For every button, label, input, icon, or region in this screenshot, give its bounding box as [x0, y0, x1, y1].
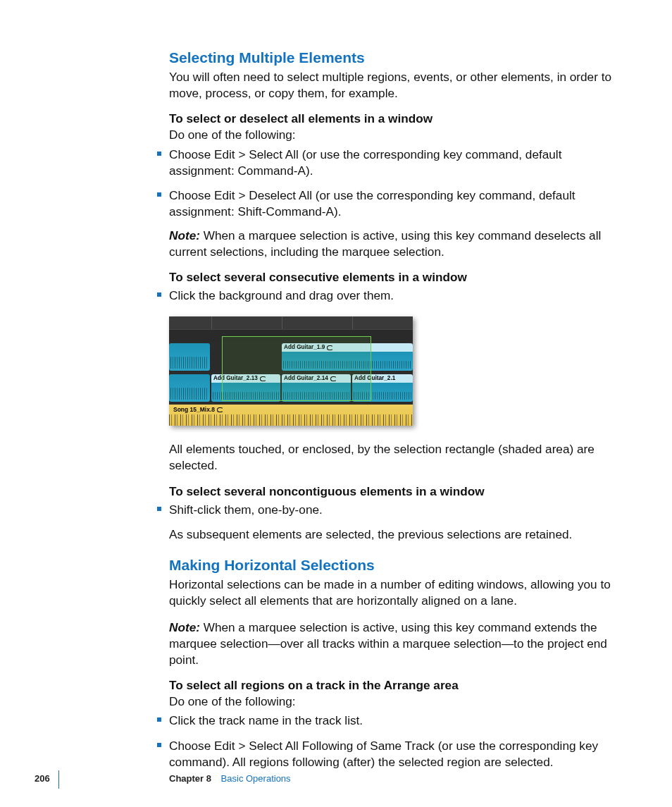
- task-noncontiguous-list: Shift-click them, one-by-one.: [157, 502, 618, 518]
- audio-region: Add Guitar_2.1: [352, 374, 413, 402]
- task-select-all-list: Choose Edit > Select All (or use the cor…: [157, 147, 618, 221]
- page-number: 206: [35, 773, 50, 784]
- para-after-figure: All elements touched, or enclosed, by th…: [169, 441, 618, 474]
- audio-region: Add Guitar_1.9: [282, 343, 413, 371]
- note-label: Note:: [169, 228, 200, 242]
- screenshot-marquee-selection: Add Guitar_1.9 Add Guitar_2.13 Add Guita…: [169, 316, 413, 426]
- region-label: Add Guitar_2.14: [284, 374, 328, 383]
- audio-region: [169, 374, 210, 402]
- loop-icon: [327, 345, 333, 350]
- task-consecutive-list: Click the background and drag over them.: [157, 288, 618, 304]
- list-item: Click the track name in the track list.: [157, 713, 618, 729]
- task-noncontiguous-title: To select several noncontiguous elements…: [169, 484, 618, 499]
- loop-icon: [330, 376, 337, 381]
- task-select-regions-sub: Do one of the following:: [169, 694, 618, 710]
- loop-icon: [260, 376, 266, 381]
- task-select-all-title: To select or deselect all elements in a …: [169, 111, 618, 126]
- task-select-regions-title: To select all regions on a track in the …: [169, 678, 618, 693]
- list-item: Shift-click them, one-by-one.: [157, 502, 618, 518]
- track-row: Add Guitar_2.13 Add Guitar_2.14 Add Guit…: [169, 373, 413, 403]
- audio-region: Add Guitar_2.14: [282, 374, 351, 402]
- task-consecutive-title: To select several consecutive elements i…: [169, 270, 618, 285]
- list-item: Choose Edit > Deselect All (or use the c…: [157, 187, 618, 220]
- audio-region: Add Guitar_2.13: [211, 374, 280, 402]
- note-2: Note: When a marquee selection is active…: [169, 620, 618, 669]
- loop-icon: [217, 407, 223, 412]
- chapter-label: Chapter 8 Basic Operations: [169, 773, 291, 784]
- footer-divider: [58, 770, 59, 789]
- note-body: When a marquee selection is active, usin…: [169, 228, 601, 259]
- note-body: When a marquee selection is active, usin…: [169, 620, 607, 667]
- list-item: Click the background and drag over them.: [157, 288, 618, 304]
- timeline-ruler: [169, 316, 413, 343]
- heading-horizontal-selections: Making Horizontal Selections: [169, 557, 618, 574]
- chapter-number: Chapter 8: [169, 773, 211, 784]
- mix-track: Song 15_Mix.8: [169, 405, 413, 426]
- track-row: Add Guitar_1.9: [169, 342, 413, 372]
- mix-region-label: Song 15_Mix.8: [173, 406, 215, 413]
- heading-selecting-multiple: Selecting Multiple Elements: [169, 49, 618, 66]
- list-item: Choose Edit > Select All (or use the cor…: [157, 147, 618, 179]
- audio-region: [169, 343, 210, 371]
- chapter-title: Basic Operations: [221, 773, 291, 784]
- note-1: Note: When a marquee selection is active…: [169, 228, 618, 260]
- list-item: Choose Edit > Select All Following of Sa…: [157, 738, 618, 770]
- region-label: Add Guitar_1.9: [284, 343, 325, 352]
- para-intro-1: You will often need to select multiple r…: [169, 69, 618, 101]
- para-noncontiguous-after: As subsequent elements are selected, the…: [169, 526, 618, 543]
- task-select-regions-list: Click the track name in the track list. …: [157, 713, 618, 770]
- task-select-all-sub: Do one of the following:: [169, 127, 618, 143]
- region-label: Add Guitar_2.1: [354, 374, 395, 383]
- para-intro-2: Horizontal selections can be made in a n…: [169, 577, 618, 609]
- page: Selecting Multiple Elements You will oft…: [0, 0, 672, 807]
- note-label: Note:: [169, 620, 200, 634]
- region-label: Add Guitar_2.13: [213, 374, 258, 383]
